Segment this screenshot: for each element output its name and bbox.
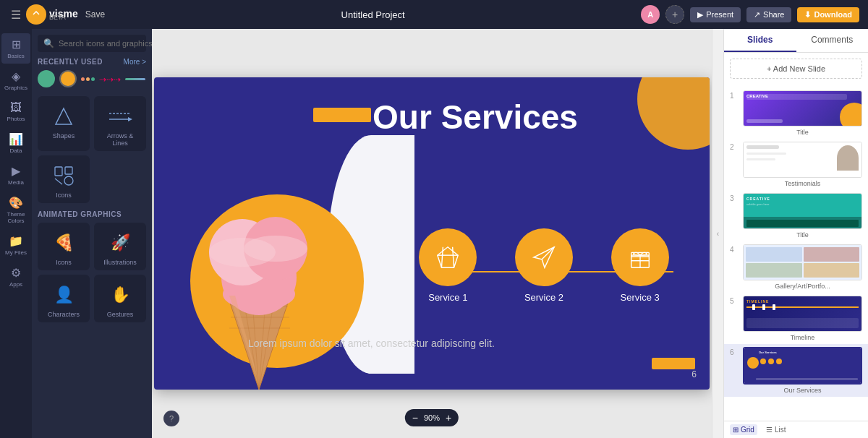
zoom-level: 90% (424, 413, 440, 422)
slide-number-3: 3 (730, 193, 739, 202)
search-input[interactable] (59, 39, 152, 48)
shapes-item[interactable]: Shapes (38, 96, 90, 151)
sidebar-label-data: Data (10, 147, 22, 154)
svg-rect-5 (55, 167, 62, 176)
zoom-out-button[interactable]: − (412, 412, 418, 424)
icon-bar: ⊞ Basics ◈ Graphics 🖼 Photos 📊 Data ▶ Me… (0, 29, 32, 438)
share-button[interactable]: ↗ Share (746, 7, 791, 22)
sidebar-label-basics: Basics (7, 53, 25, 59)
tab-comments[interactable]: Comments (796, 29, 869, 52)
service-item-1: Service 1 (419, 228, 477, 303)
svg-marker-1 (56, 108, 72, 124)
sidebar-label-files: My Files (5, 249, 27, 256)
arrows-lines-label: Arrows & Lines (98, 132, 142, 147)
sidebar-item-apps[interactable]: ⚙ Apps (1, 262, 30, 292)
sidebar-item-media[interactable]: ▶ Media (1, 160, 30, 190)
svg-point-7 (64, 176, 73, 185)
service-label-1: Service 1 (428, 292, 467, 303)
present-button[interactable]: ▶ Present (690, 7, 741, 22)
slide-thumb-item-2[interactable]: 2 Testimonials (724, 139, 868, 190)
search-box[interactable]: 🔍 (38, 35, 146, 52)
project-title: Untitled Project (341, 9, 405, 20)
slide-thumb-item-4[interactable]: 4 Gallery/Art/Portfo... (724, 241, 868, 293)
slide-thumb-3: CREATIVE subtitle goes here (743, 193, 862, 229)
tab-slides[interactable]: Slides (724, 29, 796, 52)
animated-graphics-label: ANIMATED GRAPHICS (38, 210, 146, 218)
arrows-lines-item[interactable]: Arrows & Lines (94, 96, 146, 151)
download-button[interactable]: ⬇ Download (797, 7, 859, 22)
topbar-right: A + ▶ Present ↗ Share ⬇ Download (641, 5, 859, 24)
slide-title-label-6: Our Services (743, 387, 862, 394)
gestures-item[interactable]: ✋ Gestures (94, 275, 146, 322)
slides-list: 1 CREATIVE Title 2 (724, 85, 868, 421)
avatar[interactable]: A (641, 5, 660, 24)
grid-view-tab[interactable]: ⊞ Grid (730, 424, 757, 435)
panel-bottom-tabs: ⊞ Grid ☰ List (724, 421, 868, 438)
service-item-2: Service 2 (515, 228, 573, 303)
slide-thumb-item-6[interactable]: 6 Our Services (724, 344, 868, 397)
panel-toggle[interactable]: ‹ (712, 29, 723, 438)
sidebar-item-my-files[interactable]: 📁 My Files (1, 230, 30, 260)
sidebar-item-photos[interactable]: 🖼 Photos (1, 97, 30, 126)
recent-item-green-circle[interactable] (38, 70, 55, 87)
panel-tabs: Slides Comments (724, 29, 868, 53)
slide-thumb-2 (743, 142, 862, 178)
svg-point-22 (244, 236, 307, 262)
service-circle-3 (611, 228, 669, 286)
hamburger-menu[interactable]: ☰ (9, 8, 23, 22)
sidebar-item-basics[interactable]: ⊞ Basics (1, 33, 30, 64)
recent-gradient-line[interactable] (125, 78, 145, 80)
slide-thumb-item-3[interactable]: 3 CREATIVE subtitle goes here Title (724, 190, 868, 241)
slide-canvas[interactable]: Our Services Service 1 (154, 77, 710, 390)
illustrations-item[interactable]: 🚀 Illustrations (94, 223, 146, 270)
share-icon: ↗ (754, 10, 760, 20)
canvas-area: Our Services Service 1 (152, 29, 712, 438)
slide-thumb-item-5[interactable]: 5 TIMELINE Timeline (724, 293, 868, 344)
list-view-tab[interactable]: ☰ List (763, 424, 789, 435)
apps-icon: ⚙ (11, 266, 21, 280)
characters-item[interactable]: 👤 Characters (38, 275, 90, 322)
play-icon: ▶ (697, 10, 703, 20)
recently-used-label: RECENTLY USED (38, 58, 103, 66)
service-circle-2 (515, 228, 573, 286)
search-icon: 🔍 (43, 38, 54, 48)
slide-thumb-item-1[interactable]: 1 CREATIVE Title (724, 87, 868, 139)
sidebar-item-data[interactable]: 📊 Data (1, 128, 30, 158)
files-icon: 📁 (9, 234, 23, 248)
save-button[interactable]: Save (85, 9, 105, 20)
grid-icon: ⊞ (733, 426, 739, 434)
sidebar-label-photos: Photos (7, 116, 25, 122)
topbar: ☰ visme BETA Save Untitled Project A + ▶… (0, 0, 868, 29)
recent-item-yellow-circle[interactable] (59, 70, 77, 87)
service-item-3: Service 3 (611, 228, 669, 303)
svg-marker-4 (128, 117, 132, 121)
media-icon: ▶ (12, 164, 20, 178)
slide-title-label-5: Timeline (743, 334, 862, 341)
slide-title-label-3: Title (743, 231, 862, 239)
service-row: Service 1 Service 2 (400, 228, 688, 303)
slide-number-2: 2 (730, 142, 739, 151)
icons-label: Icons (56, 192, 72, 199)
more-link[interactable]: More > (124, 58, 146, 66)
recent-arrows[interactable]: ⇢⇢⇢ (99, 72, 121, 85)
theme-icon: 🎨 (9, 196, 23, 210)
recent-dots[interactable] (81, 77, 95, 81)
sidebar-label-theme: Theme Colors (1, 211, 30, 224)
slide-title: Our Services (154, 98, 710, 137)
photos-icon: 🖼 (10, 101, 22, 114)
sidebar-label-graphics: Graphics (4, 85, 27, 91)
icons-item[interactable]: Icons (38, 155, 90, 203)
slide-number-1: 1 (730, 90, 739, 100)
recently-used-header: RECENTLY USED More > (38, 58, 146, 66)
sidebar-item-graphics[interactable]: ◈ Graphics (1, 65, 30, 95)
slide-number-4: 4 (730, 244, 739, 254)
sidebar-item-theme-colors[interactable]: 🎨 Theme Colors (1, 192, 30, 228)
zoom-in-button[interactable]: + (446, 412, 451, 424)
help-button[interactable]: ? (163, 411, 179, 426)
slide-title-label-2: Testimonials (743, 180, 862, 187)
add-slide-button[interactable]: + Add New Slide (730, 59, 862, 79)
add-collaborator-button[interactable]: + (665, 5, 684, 24)
svg-line-29 (542, 247, 554, 259)
animated-icons-item[interactable]: 🍕 Icons (38, 223, 90, 270)
service-circle-1 (419, 228, 477, 286)
